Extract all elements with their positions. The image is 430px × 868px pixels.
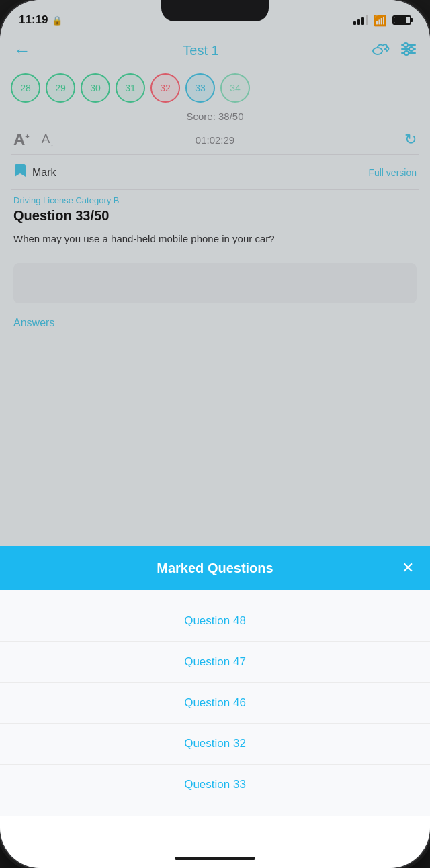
marked-question-item-48[interactable]: Question 48 — [0, 601, 430, 642]
modal-body: Question 48 Question 47 Question 46 Ques… — [0, 590, 430, 816]
modal-title: Marked Questions — [35, 561, 395, 576]
modal-header: Marked Questions ✕ — [0, 546, 430, 590]
marked-question-item-33[interactable]: Question 33 — [0, 765, 430, 805]
phone-frame: 11:19 🔒 📶 ← Test 1 — [0, 0, 430, 868]
marked-question-label-48: Question 48 — [184, 614, 246, 627]
modal-close-button[interactable]: ✕ — [395, 559, 414, 577]
marked-question-item-47[interactable]: Question 47 — [0, 642, 430, 683]
marked-question-item-46[interactable]: Question 46 — [0, 683, 430, 724]
marked-questions-modal: Marked Questions ✕ Question 48 Question … — [0, 546, 430, 868]
marked-question-label-33: Question 33 — [184, 778, 246, 791]
home-indicator — [175, 857, 255, 860]
marked-question-label-46: Question 46 — [184, 696, 246, 709]
screen: 11:19 🔒 📶 ← Test 1 — [0, 0, 430, 868]
marked-question-label-32: Question 32 — [184, 737, 246, 750]
marked-question-label-47: Question 47 — [184, 655, 246, 668]
marked-question-item-32[interactable]: Question 32 — [0, 724, 430, 765]
